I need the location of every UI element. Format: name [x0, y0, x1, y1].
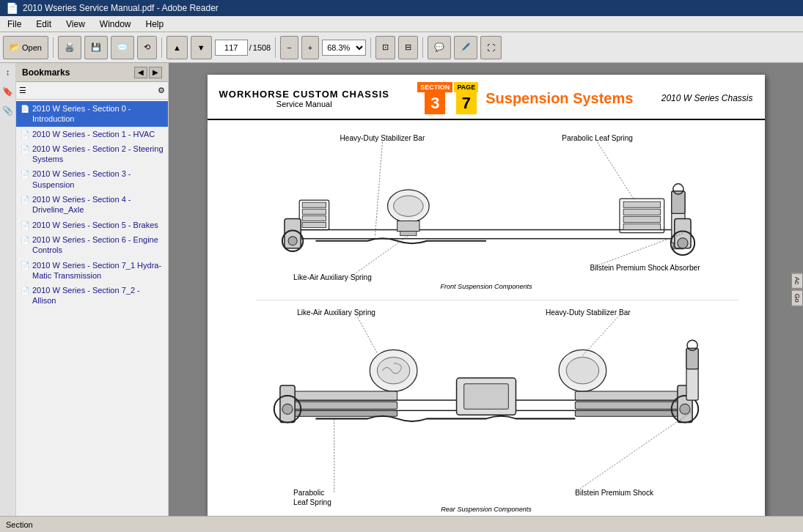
chassis-title: 2010 W Series Chassis: [661, 93, 753, 103]
bookmarks-options-button[interactable]: ⚙: [158, 86, 165, 95]
menu-view[interactable]: View: [59, 18, 92, 31]
bookmarks-header-buttons: ◀ ▶: [134, 67, 162, 78]
comment-button[interactable]: 💬: [428, 36, 451, 59]
svg-point-38: [282, 404, 292, 414]
fullscreen-button[interactable]: ⛶: [480, 36, 502, 59]
label-parabolic-rear: Parabolic: [293, 489, 324, 497]
fit-page-button[interactable]: ⊡: [375, 36, 395, 59]
bookmark-icon-3: 📄: [21, 169, 29, 179]
zoom-out-button[interactable]: −: [280, 36, 298, 59]
bookmark-label-1: 2010 W Series - Section 1 - HVAC: [32, 129, 155, 139]
bookmark-icon-4: 📄: [21, 195, 29, 204]
bookmarks-toolbar: ☰ ⚙: [16, 82, 168, 100]
bookmark-item-1[interactable]: 📄 2010 W Series - Section 1 - HVAC: [16, 127, 168, 141]
separator-1: [53, 37, 54, 58]
bookmarks-header: Bookmarks ◀ ▶: [16, 63, 168, 82]
svg-line-26: [597, 142, 634, 200]
paperclip-icon[interactable]: 📎: [1, 104, 15, 117]
bookmarks-expand-button[interactable]: ▶: [149, 67, 162, 78]
separator-2: [161, 37, 162, 58]
bookmark-item-4[interactable]: 📄 2010 W Series - Section 4 - Driveline_…: [16, 192, 168, 218]
svg-point-48: [566, 357, 598, 383]
svg-rect-4: [302, 215, 326, 221]
bookmarks-icon[interactable]: 🔖: [1, 85, 15, 98]
svg-line-25: [375, 142, 382, 237]
zoom-in-button[interactable]: +: [301, 36, 319, 59]
bookmarks-menu-button[interactable]: ☰: [19, 86, 26, 95]
svg-line-55: [575, 411, 692, 492]
bookmark-item-8[interactable]: 📄 2010 W Series - Section 7_2 - Allison: [16, 283, 168, 309]
page-next-button[interactable]: ▼: [191, 36, 212, 59]
bookmark-item-2[interactable]: 📄 2010 W Series - Section 2 - Steering S…: [16, 141, 168, 167]
label-heavy-duty-stabilizer-bar-front: Heavy-Duty Stabilizer Bar: [340, 134, 425, 142]
page-prev-button[interactable]: ▲: [166, 36, 188, 59]
menu-bar: File Edit View Window Help: [0, 16, 803, 32]
email-button[interactable]: ✉️: [111, 36, 134, 59]
label-parabolic-leaf-spring-front: Parabolic Leaf Spring: [562, 134, 633, 142]
zoom-select[interactable]: 68.3% 50% 75% 100% 125% 150%: [322, 40, 366, 56]
svg-rect-14: [623, 223, 661, 229]
page-number-input[interactable]: [215, 40, 248, 56]
section-number: 3: [425, 92, 445, 114]
bookmark-icon-2: 📄: [21, 144, 29, 154]
page-title-right: 2010 W Series Chassis: [661, 93, 753, 103]
brand-title: WORKHORSE CUSTOM CHASSIS: [219, 89, 390, 100]
svg-rect-2: [302, 202, 326, 207]
sidebar-icons: ↕ 🔖 📎: [0, 63, 16, 532]
svg-rect-13: [623, 216, 661, 222]
bookmark-label-0: 2010 W Series - Section 0 - Introduction: [32, 103, 164, 125]
bookmark-item-3[interactable]: 📄 2010 W Series - Section 3 - Suspension: [16, 166, 168, 192]
page-label: PAGE: [454, 82, 478, 92]
app-icon: 📄: [6, 2, 18, 14]
separator-5: [422, 37, 423, 58]
bookmarks-title: Bookmarks: [22, 67, 70, 78]
page-separator: /: [249, 43, 252, 52]
caption-front: Front Suspension Components: [440, 283, 532, 290]
open-label: Open: [22, 43, 42, 52]
svg-rect-40: [463, 384, 508, 409]
save-button[interactable]: 💾: [84, 36, 108, 59]
svg-rect-9: [400, 232, 416, 236]
caption-rear: Rear Suspension Components: [441, 506, 532, 513]
bookmark-icon-0: 📄: [21, 104, 29, 114]
acrobat-btn-1[interactable]: Ac: [791, 273, 803, 289]
menu-window[interactable]: Window: [92, 18, 139, 31]
bookmark-icon-5: 📄: [21, 221, 29, 230]
nav-icon[interactable]: ↕: [1, 66, 15, 79]
back-button[interactable]: ⟲: [137, 36, 157, 59]
svg-point-32: [377, 357, 409, 383]
label-like-air-rear: Like-Air Auxiliary Spring: [297, 309, 375, 317]
bookmark-label-2: 2010 W Series - Section 2 - Steering Sys…: [32, 144, 164, 165]
bookmark-label-3: 2010 W Series - Section 3 - Suspension: [32, 169, 164, 190]
section-badge: SECTION 3 PAGE 7 Suspension Systems: [417, 82, 633, 114]
bookmark-item-5[interactable]: 📄 2010 W Series - Section 5 - Brakes: [16, 218, 168, 232]
fit-width-button[interactable]: ⊟: [398, 36, 418, 59]
print-button[interactable]: 🖨️: [58, 36, 81, 59]
bookmark-item-7[interactable]: 📄 2010 W Series - Section 7_1 Hydra-Mati…: [16, 258, 168, 284]
svg-rect-41: [575, 391, 679, 400]
open-button[interactable]: 📂 Open: [3, 36, 48, 59]
svg-point-21: [288, 237, 297, 245]
bookmark-label-5: 2010 W Series - Section 5 - Brakes: [32, 220, 158, 230]
markup-button[interactable]: 🖊️: [454, 36, 477, 59]
bookmarks-collapse-button[interactable]: ◀: [134, 67, 147, 78]
acrobat-btn-2[interactable]: Go: [791, 289, 803, 306]
menu-edit[interactable]: Edit: [29, 18, 59, 31]
menu-file[interactable]: File: [0, 18, 29, 31]
menu-help[interactable]: Help: [139, 18, 172, 31]
bookmark-icon-7: 📄: [21, 261, 29, 270]
folder-icon: 📂: [10, 43, 20, 52]
svg-line-52: [356, 315, 378, 356]
svg-point-7: [393, 196, 422, 216]
bookmark-item-6[interactable]: 📄 2010 W Series - Section 6 - Engine Con…: [16, 232, 168, 258]
separator-4: [370, 37, 371, 58]
svg-rect-11: [623, 202, 661, 207]
svg-line-53: [582, 315, 620, 356]
svg-rect-43: [575, 410, 679, 416]
page-number: 7: [456, 92, 477, 114]
bookmark-label-6: 2010 W Series - Section 6 - Engine Contr…: [32, 234, 164, 256]
page-brand: WORKHORSE CUSTOM CHASSIS Service Manual: [219, 89, 390, 108]
title-bar: 📄 2010 Wseries Service Manual.pdf - Adob…: [0, 0, 803, 16]
content-area[interactable]: WORKHORSE CUSTOM CHASSIS Service Manual …: [169, 63, 803, 516]
bookmark-item-0[interactable]: 📄 2010 W Series - Section 0 - Introducti…: [16, 101, 168, 127]
